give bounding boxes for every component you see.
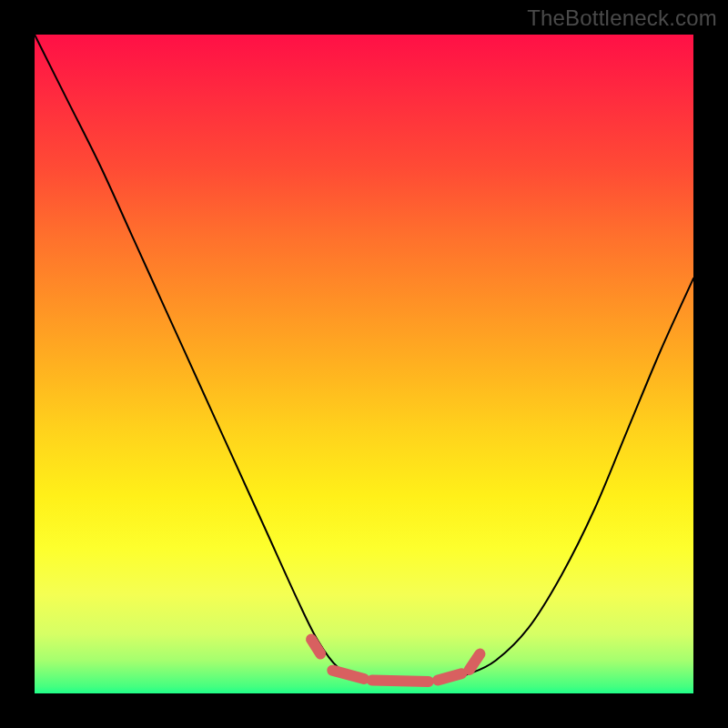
- highlight-dash: [372, 681, 429, 682]
- highlight-dash: [470, 654, 480, 670]
- watermark-text: TheBottleneck.com: [527, 5, 717, 31]
- highlight-dashes: [311, 640, 480, 682]
- bottleneck-curve: [35, 35, 693, 684]
- highlight-dash: [438, 673, 461, 680]
- chart-stage: TheBottleneck.com: [0, 0, 728, 728]
- highlight-dash: [332, 671, 364, 679]
- plot-area: [35, 35, 693, 693]
- curve-svg: [35, 35, 693, 693]
- highlight-dash: [311, 640, 320, 654]
